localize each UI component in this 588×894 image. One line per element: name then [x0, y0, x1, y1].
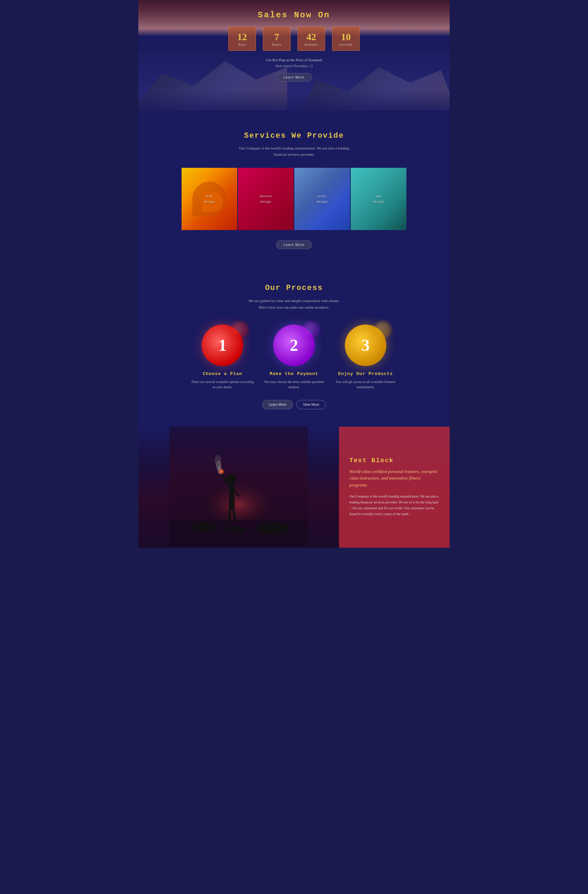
text-block-left-image [138, 427, 339, 548]
services-section: Services We Provide Our Company is the w… [138, 111, 450, 263]
service-print-label: printdesign [317, 193, 327, 204]
fog-overlay [138, 90, 450, 111]
step-1-splash [231, 321, 248, 338]
days-value: 12 [237, 32, 247, 42]
countdown-days: 12 days [228, 27, 256, 51]
hours-value: 7 [274, 32, 279, 42]
step-1-orb: 1 [202, 325, 243, 366]
text-block-title: Text Block [349, 457, 439, 464]
step-2-title: Make the Payment [270, 371, 318, 376]
step-1-desc: There are several available options acco… [190, 379, 255, 390]
hero-subtitle: Get Pro Plan at the Price of Standard [266, 58, 322, 62]
countdown-seconds: 10 seconds [332, 27, 360, 51]
svg-point-4 [227, 474, 237, 483]
text-block-tagline: World-class certified personal trainers,… [349, 468, 439, 489]
countdown-hours: 7 hours [263, 27, 291, 51]
svg-point-15 [256, 523, 291, 535]
person-silhouette-svg [138, 427, 339, 548]
service-web-label: webdesign [204, 193, 215, 204]
hero-learn-more-button[interactable]: Learn More [276, 73, 312, 82]
process-steps: 1 Choose a Plan There are several availa… [187, 325, 401, 390]
services-grid: webdesign motiondesign printdesign appde… [182, 168, 406, 230]
svg-point-1 [197, 471, 280, 527]
seconds-value: 10 [341, 32, 351, 42]
svg-rect-2 [169, 520, 308, 548]
step-3-orb: 3 [345, 325, 386, 366]
days-label: days [238, 42, 246, 46]
svg-line-8 [234, 510, 235, 522]
step-2-orb: 2 [273, 325, 315, 366]
step-3-splash [374, 321, 392, 338]
process-description: We are guided by clear and simple cooper… [248, 297, 339, 310]
service-card-app[interactable]: appdesign [351, 168, 406, 230]
hero-title: Sales Now On [258, 11, 330, 20]
svg-line-7 [229, 510, 230, 522]
text-block-right-panel: Text Block World-class certified persona… [339, 427, 450, 548]
process-buttons: Learn More View More [262, 400, 326, 409]
service-card-print[interactable]: printdesign [294, 168, 350, 230]
step-3-desc: You will get access to all available fea… [333, 379, 398, 390]
countdown-minutes: 42 minutes [297, 27, 325, 51]
svg-point-13 [219, 469, 224, 474]
process-step-1: 1 Choose a Plan There are several availa… [187, 325, 258, 390]
service-app-label: appdesign [373, 193, 384, 204]
svg-point-14 [190, 522, 218, 532]
process-section: Our Process We are guided by clear and s… [138, 263, 450, 426]
text-block-section: Text Block World-class certified persona… [138, 427, 450, 548]
service-card-web[interactable]: webdesign [182, 168, 237, 230]
process-learn-more-button[interactable]: Learn More [262, 400, 293, 409]
step-3-number: 3 [362, 335, 370, 355]
svg-point-16 [225, 526, 246, 534]
services-title: Services We Provide [244, 131, 344, 140]
text-block-body: Our Company is the world's leading manuf… [349, 493, 439, 517]
step-1-title: Choose a Plan [203, 371, 242, 376]
hero-section: Sales Now On 12 days 7 hours 42 minutes … [138, 0, 450, 111]
countdown-row: 12 days 7 hours 42 minutes 10 seconds [228, 27, 360, 51]
seconds-label: seconds [339, 42, 353, 46]
process-title: Our Process [265, 284, 323, 292]
services-learn-more-button[interactable]: Learn More [276, 240, 312, 249]
process-step-2: 2 Make the Payment You may choose the mo… [258, 325, 330, 390]
process-step-3: 3 Enjoy Our Products You will get access… [330, 325, 401, 390]
step-2-number: 2 [290, 335, 298, 355]
step-1-number: 1 [218, 335, 226, 355]
step-2-desc: You may choose the most suitable payment… [262, 379, 327, 390]
step-2-splash [303, 321, 320, 338]
hero-subtitle-small: Deal expires December, 13 [275, 64, 313, 68]
hours-label: hours [272, 42, 281, 46]
process-view-more-button[interactable]: View More [296, 400, 326, 409]
minutes-value: 42 [306, 32, 316, 42]
svg-point-11 [214, 455, 222, 466]
step-3-title: Enjoy Our Products [338, 371, 393, 376]
services-description: Our Company is the world's leading manuf… [234, 145, 354, 157]
service-card-motion[interactable]: motiondesign [238, 168, 294, 230]
service-motion-label: motiondesign [260, 193, 271, 204]
minutes-label: minutes [305, 42, 318, 46]
